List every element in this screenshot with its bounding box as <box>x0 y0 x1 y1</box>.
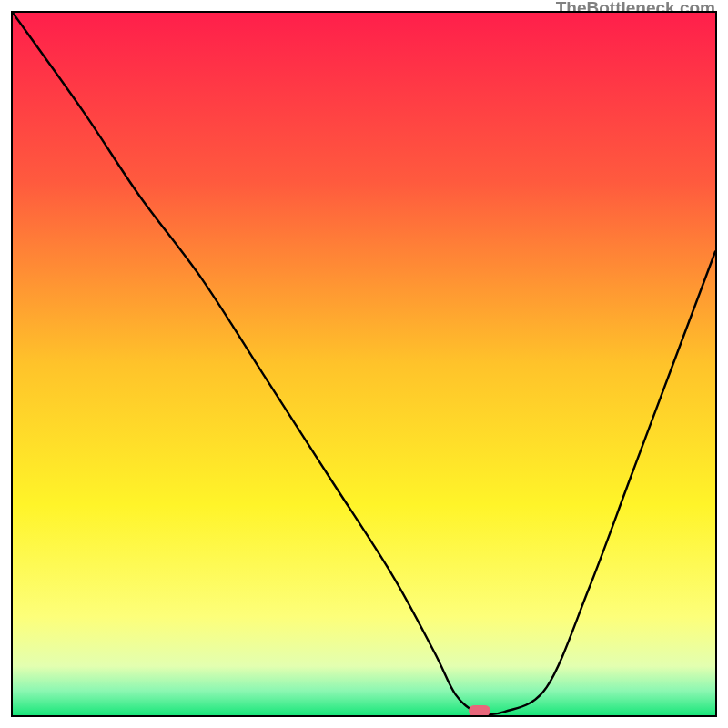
plot-area <box>11 11 717 717</box>
curve-layer <box>13 13 715 715</box>
bottleneck-chart: TheBottleneck.com <box>0 0 728 728</box>
optimum-marker <box>469 705 490 716</box>
bottleneck-curve <box>13 13 715 714</box>
